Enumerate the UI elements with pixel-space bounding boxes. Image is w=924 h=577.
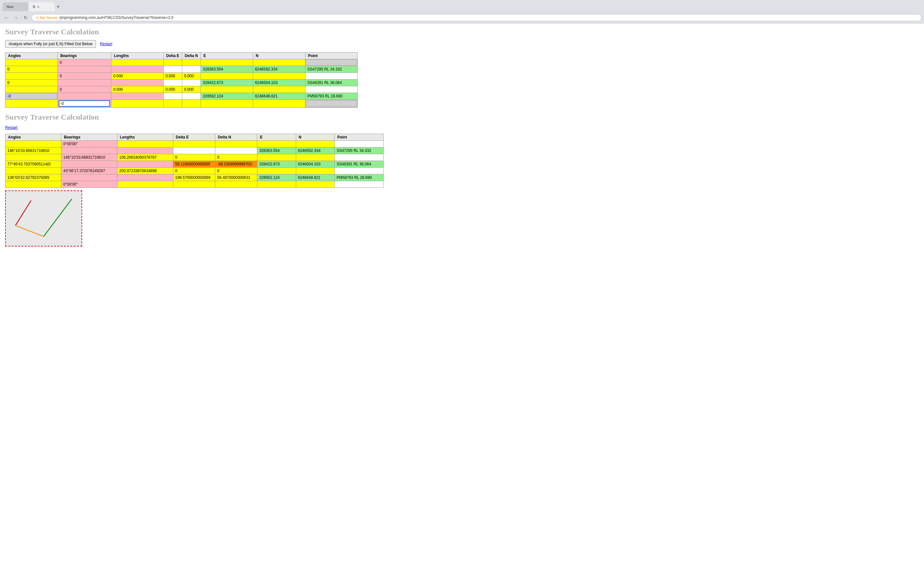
input-angles[interactable]: [6, 67, 57, 72]
input-deltae[interactable]: [165, 101, 181, 106]
input-n[interactable]: [254, 73, 304, 79]
input2-n[interactable]: [297, 168, 331, 173]
input2-bearings[interactable]: [62, 141, 112, 147]
input2-lengths[interactable]: [118, 161, 168, 167]
new-tab-button[interactable]: +: [57, 3, 60, 10]
input2-n[interactable]: [297, 175, 331, 180]
input2-lengths[interactable]: [118, 175, 168, 180]
input-point[interactable]: [306, 60, 357, 65]
input-n[interactable]: [254, 101, 304, 106]
input-point[interactable]: [306, 67, 357, 72]
input2-e[interactable]: [258, 141, 292, 147]
input2-deltan[interactable]: [216, 141, 253, 147]
back-button[interactable]: ←: [3, 14, 10, 21]
input2-bearings[interactable]: [62, 161, 112, 167]
restart-link-1[interactable]: Restart: [100, 42, 112, 46]
input2-point[interactable]: [336, 182, 379, 187]
input2-n[interactable]: [297, 182, 331, 187]
input-lengths[interactable]: [112, 73, 162, 79]
input2-deltae-orange[interactable]: [174, 161, 211, 167]
input-e[interactable]: [202, 60, 252, 65]
input2-deltae[interactable]: [174, 168, 211, 173]
input-deltae[interactable]: [165, 60, 181, 65]
input2-deltan[interactable]: [216, 182, 253, 187]
input-angles[interactable]: [6, 93, 57, 99]
input2-n[interactable]: [297, 141, 331, 147]
input2-e[interactable]: [258, 182, 292, 187]
input-lengths[interactable]: [112, 80, 162, 85]
input2-n[interactable]: [297, 161, 331, 167]
input2-point[interactable]: [336, 161, 379, 167]
input2-e[interactable]: [258, 148, 292, 153]
input2-e[interactable]: [258, 161, 292, 167]
input2-angles[interactable]: [6, 161, 56, 167]
input-angles[interactable]: [6, 80, 57, 85]
input-angles[interactable]: [6, 73, 57, 79]
input-bearings[interactable]: [59, 67, 110, 72]
input-n[interactable]: [254, 67, 304, 72]
address-box[interactable]: ⚠ Not Secure rjmprogramming.com.au/HTMLC…: [31, 14, 921, 21]
input2-angles[interactable]: [6, 168, 56, 173]
input-bearings-active[interactable]: [59, 100, 110, 107]
input-lengths[interactable]: [112, 60, 162, 65]
input-bearings[interactable]: [59, 93, 110, 99]
input-e[interactable]: [202, 80, 252, 85]
input2-bearings[interactable]: [62, 148, 112, 153]
input2-angles[interactable]: [6, 148, 56, 153]
reload-button[interactable]: ↻: [22, 14, 29, 21]
input2-point[interactable]: [336, 141, 379, 147]
restart-link-2[interactable]: Restart: [5, 125, 919, 130]
input2-deltae[interactable]: [174, 175, 211, 180]
input2-angles[interactable]: [6, 175, 56, 180]
input-deltan[interactable]: [183, 73, 199, 79]
input2-bearings[interactable]: [62, 155, 112, 160]
input-angles[interactable]: [6, 87, 57, 92]
input2-angles[interactable]: [6, 182, 56, 187]
analyze-button[interactable]: Analyze when Fully (or just E,N) Filled …: [5, 40, 96, 48]
input2-e[interactable]: [258, 155, 292, 160]
input2-n[interactable]: [297, 155, 331, 160]
input2-bearings[interactable]: [62, 175, 112, 180]
input-angles[interactable]: [6, 101, 57, 106]
input-deltae[interactable]: [165, 73, 181, 79]
input-point[interactable]: [306, 101, 357, 106]
input-bearings[interactable]: [59, 87, 110, 92]
input-n[interactable]: [254, 93, 304, 99]
input2-e[interactable]: [258, 168, 292, 173]
input-angles[interactable]: [6, 60, 57, 65]
input2-lengths[interactable]: [118, 168, 168, 173]
input2-point[interactable]: [336, 148, 379, 153]
input-deltan[interactable]: [183, 87, 199, 92]
input2-lengths[interactable]: [118, 141, 168, 147]
input-e[interactable]: [202, 87, 252, 92]
forward-button[interactable]: →: [12, 14, 20, 21]
input2-angles[interactable]: [6, 141, 56, 147]
input2-deltae[interactable]: [174, 155, 211, 160]
input2-deltan-orange[interactable]: [216, 161, 253, 167]
input-point[interactable]: [306, 93, 357, 99]
input-n[interactable]: [254, 80, 304, 85]
tab-close-button[interactable]: ✕: [37, 5, 39, 9]
input-lengths[interactable]: [112, 93, 162, 99]
tab-new[interactable]: New: [3, 2, 28, 11]
input-e[interactable]: [202, 101, 252, 106]
input2-lengths[interactable]: [118, 155, 168, 160]
input-deltan[interactable]: [183, 101, 199, 106]
input2-lengths[interactable]: [118, 182, 168, 187]
input-point[interactable]: [306, 80, 357, 85]
input-e[interactable]: [202, 67, 252, 72]
input2-bearings[interactable]: [62, 168, 112, 173]
tab-active[interactable]: S ✕: [29, 2, 55, 11]
input2-deltae[interactable]: [174, 182, 211, 187]
input2-n[interactable]: [297, 148, 331, 153]
input-n[interactable]: [254, 87, 304, 92]
input2-deltan[interactable]: [216, 175, 253, 180]
input2-deltan[interactable]: [216, 168, 253, 173]
input-n[interactable]: [254, 60, 304, 65]
input-bearings[interactable]: [59, 73, 110, 79]
input2-lengths[interactable]: [118, 148, 168, 153]
input-deltae[interactable]: [165, 87, 181, 92]
input-bearings[interactable]: [59, 80, 110, 85]
input-lengths[interactable]: [112, 87, 162, 92]
input-lengths[interactable]: [112, 67, 162, 72]
